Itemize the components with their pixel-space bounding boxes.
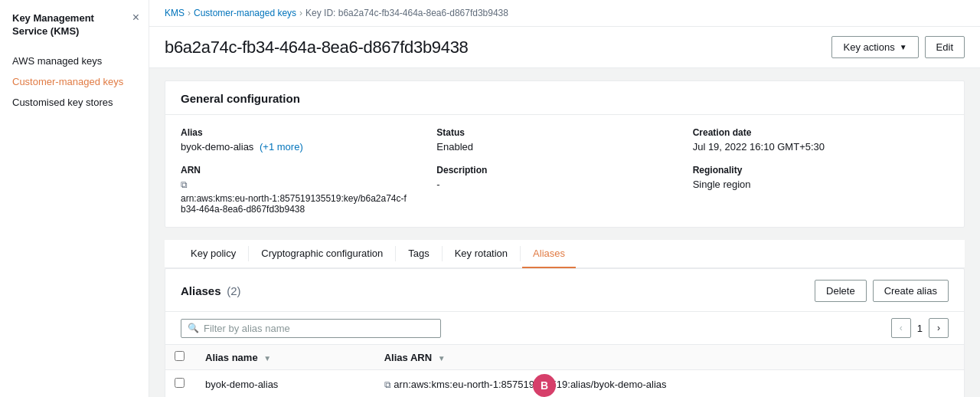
sidebar-item-aws-managed-keys[interactable]: AWS managed keys (0, 51, 149, 71)
aliases-title: Aliases (181, 284, 221, 297)
breadcrumb-kms[interactable]: KMS (165, 8, 185, 18)
sidebar-title: Key Management Service (KMS) (0, 0, 149, 48)
aliases-header: Aliases (2) Delete Create alias (165, 269, 964, 312)
sidebar-item-customised-key-stores[interactable]: Customised key stores (0, 92, 149, 113)
breadcrumb-current: Key ID: b6a2a74c-fb34-464a-8ea6-d867fd3b… (305, 8, 508, 18)
page-actions: Key actions ▼ Edit (831, 36, 965, 58)
tab-cryptographic-configuration[interactable]: Cryptographic configuration (250, 240, 394, 268)
tab-sep-3 (442, 246, 443, 261)
arn-value: ⧉ arn:aws:kms:eu-north-1:857519135519:ke… (181, 179, 410, 215)
pagination-prev-button[interactable]: ‹ (891, 318, 911, 338)
breadcrumb-customer-managed-keys[interactable]: Customer-managed keys (194, 8, 296, 18)
general-config-card: General configuration Alias byok-demo-al… (165, 80, 965, 228)
aliases-table: Alias name ▼ Alias ARN ▼ (165, 345, 964, 397)
tab-sep-1 (248, 246, 249, 261)
delete-button[interactable]: Delete (815, 280, 867, 302)
config-grid: Alias byok-demo-alias (+1 more) Status E… (165, 115, 964, 227)
select-all-checkbox[interactable] (175, 351, 185, 361)
config-status: Status Enabled (436, 127, 692, 153)
status-label: Status (436, 127, 692, 138)
aliases-section: Aliases (2) Delete Create alias 🔍 ‹ 1 › (165, 268, 965, 397)
alias-value: byok-demo-alias (+1 more) (181, 141, 436, 153)
sidebar: Key Management Service (KMS) × AWS manag… (0, 0, 149, 397)
status-value: Enabled (436, 141, 692, 153)
tab-sep-2 (395, 246, 396, 261)
dropdown-arrow-icon: ▼ (900, 43, 907, 51)
sidebar-item-customer-managed-keys[interactable]: Customer-managed keys (0, 71, 149, 92)
table-row: byok-demo-alias ⧉ arn:aws:kms:eu-north-1… (165, 370, 964, 398)
tab-key-policy[interactable]: Key policy (180, 240, 247, 268)
aliases-table-container: Alias name ▼ Alias ARN ▼ (165, 345, 964, 397)
alias-arn-sort-icon: ▼ (438, 354, 446, 363)
th-alias-name[interactable]: Alias name ▼ (196, 345, 375, 370)
alias-more-link[interactable]: (+1 more) (260, 141, 303, 153)
tab-aliases[interactable]: Aliases (522, 240, 576, 268)
page-title: b6a2a74c-fb34-464a-8ea6-d867fd3b9438 (165, 38, 469, 57)
breadcrumb-sep-2: › (299, 8, 302, 18)
pagination-page: 1 (917, 323, 923, 334)
breadcrumb-sep-1: › (188, 8, 191, 18)
row1-checkbox[interactable] (175, 378, 185, 388)
tabs-bar: Key policy Cryptographic configuration T… (165, 240, 965, 268)
key-actions-label: Key actions (843, 41, 894, 53)
th-checkbox (165, 345, 196, 370)
pagination-controls: ‹ 1 › (891, 318, 949, 338)
copy-arn-icon[interactable]: ⧉ (181, 179, 188, 190)
edit-label: Edit (936, 41, 953, 53)
search-icon: 🔍 (188, 323, 199, 333)
description-label: Description (436, 165, 692, 176)
breadcrumb: KMS › Customer-managed keys › Key ID: b6… (149, 0, 980, 27)
row1-alias-name: byok-demo-alias (196, 370, 375, 398)
regionality-label: Regionality (693, 165, 949, 176)
tab-sep-4 (520, 246, 521, 261)
th-alias-arn[interactable]: Alias ARN ▼ (375, 345, 964, 370)
sidebar-navigation: AWS managed keys Customer-managed keys C… (0, 48, 149, 116)
search-wrapper: 🔍 (181, 319, 441, 338)
tab-key-rotation[interactable]: Key rotation (444, 240, 518, 268)
config-regionality: Regionality Single region (693, 165, 949, 215)
aliases-title-group: Aliases (2) (181, 284, 241, 297)
edit-button[interactable]: Edit (925, 36, 965, 58)
content-area: General configuration Alias byok-demo-al… (149, 68, 980, 397)
config-description: Description - (436, 165, 692, 215)
close-icon[interactable]: × (132, 11, 139, 25)
aliases-count: (2) (227, 284, 240, 297)
create-alias-button[interactable]: Create alias (873, 280, 949, 302)
table-header-row: Alias name ▼ Alias ARN ▼ (165, 345, 964, 370)
config-alias: Alias byok-demo-alias (+1 more) (181, 127, 436, 153)
tab-tags[interactable]: Tags (397, 240, 439, 268)
alias-name-sort-icon: ▼ (263, 354, 271, 363)
main-content: KMS › Customer-managed keys › Key ID: b6… (149, 0, 980, 397)
pagination-next-button[interactable]: › (929, 318, 949, 338)
aliases-actions: Delete Create alias (815, 280, 949, 302)
regionality-value: Single region (693, 179, 949, 190)
alias-label: Alias (181, 127, 436, 138)
search-input[interactable] (204, 323, 434, 334)
key-actions-button[interactable]: Key actions ▼ (831, 36, 918, 58)
description-value: - (436, 179, 692, 190)
creation-date-value: Jul 19, 2022 16:10 GMT+5:30 (693, 141, 949, 153)
arn-label: ARN (181, 165, 436, 176)
row1-alias-arn: ⧉ arn:aws:kms:eu-north-1:857519135519:al… (375, 370, 964, 398)
search-pagination-bar: 🔍 ‹ 1 › (165, 312, 964, 345)
creation-date-label: Creation date (693, 127, 949, 138)
row1-checkbox-cell (165, 370, 196, 398)
config-creation-date: Creation date Jul 19, 2022 16:10 GMT+5:3… (693, 127, 949, 153)
row1-copy-arn-icon[interactable]: ⧉ (384, 379, 391, 390)
general-config-header: General configuration (165, 81, 964, 115)
config-arn: ARN ⧉ arn:aws:kms:eu-north-1:85751913551… (181, 165, 436, 215)
